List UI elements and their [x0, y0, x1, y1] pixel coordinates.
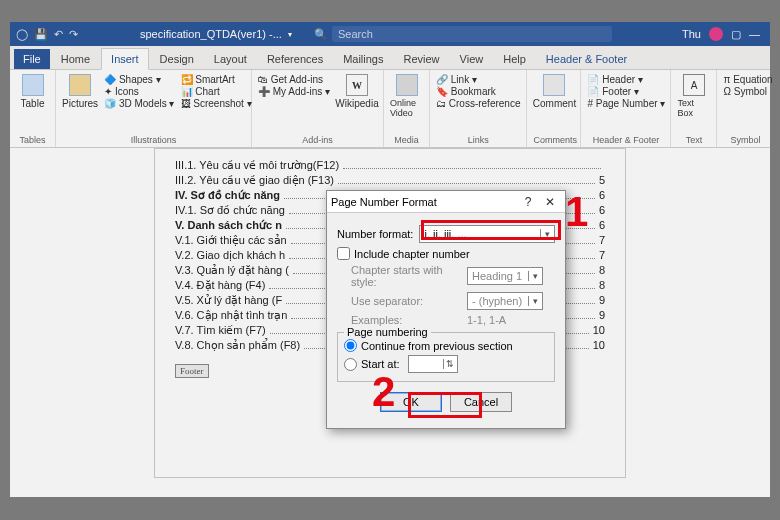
- tab-view[interactable]: View: [451, 49, 493, 69]
- user-name: Thu: [682, 28, 701, 40]
- crossref-button[interactable]: 🗂 Cross-reference: [436, 98, 520, 109]
- ok-button[interactable]: OK: [380, 392, 442, 412]
- tab-header-footer[interactable]: Header & Footer: [537, 49, 636, 69]
- number-format-combo[interactable]: i, ii, iii, ... ▾: [419, 225, 555, 243]
- footer-button[interactable]: 📄 Footer ▾: [587, 86, 665, 97]
- wikipedia-button[interactable]: WWikipedia: [336, 74, 378, 109]
- pictures-icon: [69, 74, 91, 96]
- video-icon: [396, 74, 418, 96]
- wikipedia-icon: W: [346, 74, 368, 96]
- tab-layout[interactable]: Layout: [205, 49, 256, 69]
- toc-line: III.2. Yêu cầu về giao diện (F13)5: [175, 174, 605, 187]
- page-number-format-dialog: Page Number Format ? ✕ Number format: i,…: [326, 190, 566, 429]
- spinner-icon[interactable]: ⇅: [443, 359, 457, 369]
- group-label: Illustrations: [62, 135, 245, 145]
- smartart-button[interactable]: 🔁 SmartArt: [181, 74, 252, 85]
- redo-icon[interactable]: ↷: [69, 28, 78, 41]
- search-input[interactable]: [332, 26, 612, 42]
- autosave-icon[interactable]: ◯: [16, 28, 28, 41]
- continue-radio[interactable]: [344, 339, 357, 352]
- screenshot-button[interactable]: 🖼 Screenshot ▾: [181, 98, 252, 109]
- help-icon[interactable]: ?: [517, 195, 539, 209]
- minimize-icon[interactable]: —: [749, 28, 760, 40]
- group-text: AText Box Text: [671, 70, 717, 147]
- group-symbols: π Equation Ω Symbol Symbol: [717, 70, 773, 147]
- tab-mailings[interactable]: Mailings: [334, 49, 392, 69]
- start-at-spinner[interactable]: ⇅: [408, 355, 458, 373]
- tab-review[interactable]: Review: [395, 49, 449, 69]
- ribbon-tabs: File Home Insert Design Layout Reference…: [10, 46, 770, 70]
- group-label: Text: [677, 135, 710, 145]
- cancel-button[interactable]: Cancel: [450, 392, 512, 412]
- page-numbering-group: Page numbering Continue from previous se…: [337, 332, 555, 382]
- group-illustrations: Pictures 🔷 Shapes ▾ ✦ Icons 🧊 3D Models …: [56, 70, 252, 147]
- chart-button[interactable]: 📊 Chart: [181, 86, 252, 97]
- group-label: Comments: [533, 135, 574, 145]
- ribbon-options-icon[interactable]: ▢: [731, 28, 741, 41]
- tab-file[interactable]: File: [14, 49, 50, 69]
- dialog-title: Page Number Format: [331, 196, 517, 208]
- dialog-titlebar: Page Number Format ? ✕: [327, 191, 565, 213]
- group-label: Header & Footer: [587, 135, 664, 145]
- title-bar: ◯ 💾 ↶ ↷ specification_QTDA(ver1) -... ▾ …: [10, 22, 770, 46]
- chapter-style-combo: Heading 1▾: [467, 267, 543, 285]
- footer-indicator[interactable]: Footer: [175, 364, 209, 378]
- chevron-down-icon[interactable]: ▾: [288, 30, 292, 39]
- group-label: Symbol: [723, 135, 767, 145]
- tab-home[interactable]: Home: [52, 49, 99, 69]
- my-addins-button[interactable]: ➕ My Add-ins ▾: [258, 86, 330, 97]
- separator-label: Use separator:: [351, 295, 461, 307]
- avatar[interactable]: [709, 27, 723, 41]
- tab-design[interactable]: Design: [151, 49, 203, 69]
- undo-icon[interactable]: ↶: [54, 28, 63, 41]
- bookmark-button[interactable]: 🔖 Bookmark: [436, 86, 520, 97]
- table-icon: [22, 74, 44, 96]
- examples-label: Examples:: [351, 314, 461, 326]
- group-label: Add-ins: [258, 135, 377, 145]
- include-chapter-label: Include chapter number: [354, 248, 470, 260]
- chapter-style-label: Chapter starts with style:: [351, 264, 461, 288]
- equation-button[interactable]: π Equation: [723, 74, 772, 85]
- group-label: Tables: [16, 135, 49, 145]
- tab-references[interactable]: References: [258, 49, 332, 69]
- continue-label: Continue from previous section: [361, 340, 513, 352]
- save-icon[interactable]: 💾: [34, 28, 48, 41]
- number-format-value: i, ii, iii, ...: [420, 228, 540, 240]
- page-numbering-legend: Page numbering: [344, 326, 431, 338]
- chevron-down-icon[interactable]: ▾: [540, 229, 554, 239]
- document-name: specification_QTDA(ver1) -... ▾: [140, 28, 310, 40]
- get-addins-button[interactable]: 🛍 Get Add-ins: [258, 74, 330, 85]
- textbox-icon: A: [683, 74, 705, 96]
- number-format-label: Number format:: [337, 228, 413, 240]
- 3dmodels-button[interactable]: 🧊 3D Models ▾: [104, 98, 174, 109]
- shapes-button[interactable]: 🔷 Shapes ▾: [104, 74, 174, 85]
- separator-combo: - (hyphen)▾: [467, 292, 543, 310]
- link-button[interactable]: 🔗 Link ▾: [436, 74, 520, 85]
- symbol-button[interactable]: Ω Symbol: [723, 86, 772, 97]
- group-tables: Table Tables: [10, 70, 56, 147]
- textbox-button[interactable]: AText Box: [677, 74, 710, 118]
- start-at-radio[interactable]: [344, 358, 357, 371]
- toc-line: III.1. Yêu cầu về môi trường(F12): [175, 159, 605, 172]
- page-number-button[interactable]: # Page Number ▾: [587, 98, 665, 109]
- comment-button[interactable]: Comment: [533, 74, 575, 109]
- group-header-footer: 📄 Header ▾ 📄 Footer ▾ # Page Number ▾ He…: [581, 70, 671, 147]
- include-chapter-checkbox[interactable]: [337, 247, 350, 260]
- comment-icon: [543, 74, 565, 96]
- examples-value: 1-1, 1-A: [467, 314, 506, 326]
- online-video-button[interactable]: Online Video: [390, 74, 423, 118]
- group-addins: 🛍 Get Add-ins ➕ My Add-ins ▾ WWikipedia …: [252, 70, 384, 147]
- tab-insert[interactable]: Insert: [101, 48, 149, 70]
- search-bar[interactable]: 🔍: [310, 26, 682, 42]
- icons-button[interactable]: ✦ Icons: [104, 86, 174, 97]
- group-label: Media: [390, 135, 423, 145]
- tab-help[interactable]: Help: [494, 49, 535, 69]
- close-icon[interactable]: ✕: [539, 195, 561, 209]
- table-button[interactable]: Table: [16, 74, 49, 109]
- group-comments: Comment Comments: [527, 70, 581, 147]
- start-at-label: Start at:: [361, 358, 400, 370]
- pictures-button[interactable]: Pictures: [62, 74, 98, 109]
- document-title: specification_QTDA(ver1) -...: [140, 28, 282, 40]
- header-button[interactable]: 📄 Header ▾: [587, 74, 665, 85]
- group-label: Links: [436, 135, 520, 145]
